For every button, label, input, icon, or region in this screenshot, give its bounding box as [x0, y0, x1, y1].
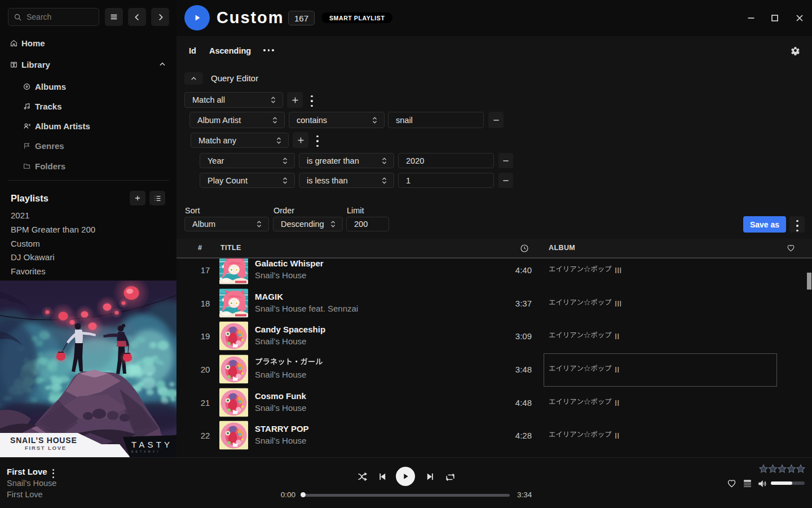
svg-text:BETAMXI: BETAMXI [131, 450, 160, 453]
svg-text:TASTY: TASTY [131, 440, 173, 449]
svg-text:FIRST LOVE: FIRST LOVE [25, 445, 67, 451]
svg-text:SNAIL’S HOUSE: SNAIL’S HOUSE [10, 436, 77, 445]
